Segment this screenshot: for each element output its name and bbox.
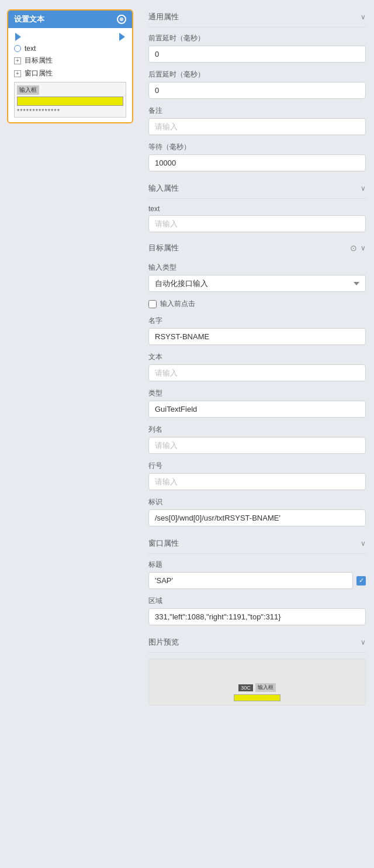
title-input[interactable] [148, 572, 353, 589]
text-input-group: text [148, 205, 366, 232]
wait-label: 等待（毫秒） [148, 142, 366, 152]
target-props-header[interactable]: 目标属性 ⊙ ∨ [148, 239, 366, 257]
pre-click-label: 输入前点击 [160, 299, 195, 309]
name-group: 名字 [148, 316, 366, 345]
id-input[interactable] [148, 509, 366, 526]
widget-card-body: text + 目标属性 + 窗口属性 输入框 ************** [8, 28, 132, 122]
target-props-label: 目标属性 [148, 243, 179, 253]
preview-chevron-icon: ∨ [361, 638, 366, 646]
right-arrow-icon [118, 33, 126, 41]
pre-delay-label: 前置延时（毫秒） [148, 33, 366, 43]
left-panel: 设置文本 ⊕ text + 目标属性 + 窗口属性 [0, 0, 140, 868]
input-props-label: 输入属性 [148, 183, 179, 194]
item-target-label: 目标属性 [25, 56, 53, 66]
remark-label: 备注 [148, 106, 366, 116]
col-name-group: 列名 [148, 425, 366, 454]
widget-item-text[interactable]: text [14, 44, 126, 53]
post-delay-group: 后置延时（毫秒） [148, 70, 366, 99]
expand-target-icon: + [14, 57, 21, 64]
region-label: 区域 [148, 596, 366, 606]
preview-tag-row: 30C 输入框 [238, 683, 276, 692]
input-props-chevron-icon: ∨ [361, 184, 366, 192]
target-props-chevron-icon: ∨ [361, 244, 366, 252]
pre-click-row: 输入前点击 [148, 299, 366, 309]
wait-group: 等待（毫秒） [148, 142, 366, 171]
widget-arrows [14, 33, 126, 41]
input-type-group: 输入类型 自动化接口输入 模拟键盘输入 剪切板输入 [148, 263, 366, 292]
preview-input-field [17, 97, 123, 106]
preview-section-label: 图片预览 [148, 637, 179, 647]
preview-size-tag: 30C [238, 684, 253, 691]
id-group: 标识 [148, 497, 366, 526]
widget-card: 设置文本 ⊕ text + 目标属性 + 窗口属性 [7, 9, 133, 123]
region-group: 区域 [148, 596, 366, 625]
preview-yellow-bar [234, 694, 280, 701]
preview-label-tag: 输入框 [17, 85, 39, 95]
expand-window-icon: + [14, 70, 21, 77]
id-label: 标识 [148, 497, 366, 507]
wait-input[interactable] [148, 154, 366, 171]
preview-image: 30C 输入框 [148, 659, 366, 705]
remark-group: 备注 [148, 106, 366, 135]
title-group: 标题 [148, 560, 366, 589]
target-header-icons: ⊙ ∨ [350, 243, 366, 253]
radio-icon [14, 45, 21, 52]
target-text-group: 文本 [148, 352, 366, 381]
title-label: 标题 [148, 560, 366, 570]
row-num-label: 行号 [148, 461, 366, 471]
widget-card-header: 设置文本 ⊕ [8, 11, 132, 28]
input-type-label: 输入类型 [148, 263, 366, 273]
pre-delay-input[interactable] [148, 46, 366, 63]
text-input-field[interactable] [148, 215, 366, 232]
col-name-label: 列名 [148, 425, 366, 435]
col-name-input[interactable] [148, 437, 366, 454]
widget-item-window[interactable]: + 窗口属性 [14, 68, 126, 78]
window-props-header[interactable]: 窗口属性 ∨ [148, 533, 366, 554]
input-type-select[interactable]: 自动化接口输入 模拟键盘输入 剪切板输入 [148, 275, 366, 292]
name-label: 名字 [148, 316, 366, 326]
row-num-group: 行号 [148, 461, 366, 490]
title-input-row [148, 572, 366, 589]
target-crosshair-btn[interactable]: ⊙ [350, 243, 357, 253]
preview-input-tag: 输入框 [255, 683, 276, 692]
preview-section: 30C 输入框 [148, 659, 366, 705]
remark-input[interactable] [148, 118, 366, 135]
preview-password: ************** [17, 108, 123, 115]
general-section-header[interactable]: 通用属性 ∨ [148, 7, 366, 27]
general-section-label: 通用属性 [148, 12, 179, 22]
type-label: 类型 [148, 388, 366, 398]
target-text-label: 文本 [148, 352, 366, 362]
item-text-label: text [25, 44, 36, 53]
pre-delay-group: 前置延时（毫秒） [148, 33, 366, 63]
right-panel: 通用属性 ∨ 前置延时（毫秒） 后置延时（毫秒） 备注 等待（毫秒） 输入属性 … [140, 0, 374, 868]
widget-preview: 输入框 ************** [14, 82, 126, 118]
region-input[interactable] [148, 608, 366, 625]
widget-item-target[interactable]: + 目标属性 [14, 56, 126, 66]
window-props-chevron-icon: ∨ [361, 539, 366, 547]
post-delay-input[interactable] [148, 82, 366, 99]
target-crosshair-icon[interactable]: ⊕ [117, 15, 126, 24]
type-input[interactable] [148, 401, 366, 418]
card-title: 设置文本 [14, 14, 44, 25]
name-input[interactable] [148, 328, 366, 345]
type-group: 类型 [148, 388, 366, 418]
pre-click-checkbox[interactable] [148, 300, 157, 308]
row-num-input[interactable] [148, 473, 366, 490]
post-delay-label: 后置延时（毫秒） [148, 70, 366, 80]
target-text-input[interactable] [148, 364, 366, 381]
text-input-label: text [148, 205, 366, 213]
window-props-label: 窗口属性 [148, 538, 179, 549]
preview-section-header[interactable]: 图片预览 ∨ [148, 632, 366, 653]
preview-inner: 30C 输入框 [149, 659, 365, 705]
general-chevron-icon: ∨ [361, 13, 366, 21]
left-arrow-icon [14, 33, 22, 41]
input-props-header[interactable]: 输入属性 ∨ [148, 178, 366, 199]
title-checkbox[interactable] [356, 576, 366, 585]
item-window-label: 窗口属性 [25, 68, 53, 78]
